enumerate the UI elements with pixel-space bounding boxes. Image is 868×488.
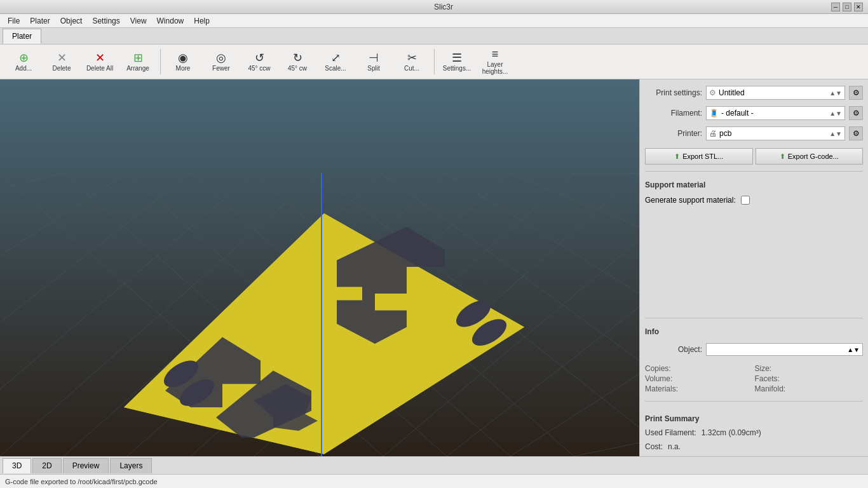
facets-label: Facets: <box>755 374 864 383</box>
print-settings-row: Print settings: ⚙ Untitled ▲▼ ⚙ <box>645 85 863 101</box>
toolbar-separator-2 <box>434 49 435 74</box>
print-settings-label: Print settings: <box>645 88 702 97</box>
delete-icon: ✕ <box>57 52 67 64</box>
tab-2d[interactable]: 2D <box>32 458 61 473</box>
rotate-ccw-icon: ↺ <box>255 52 264 64</box>
filament-row: Filament: 🧵 - default - ▲▼ ⚙ <box>645 105 863 121</box>
object-select[interactable]: ▲▼ <box>706 343 863 356</box>
divider-2 <box>645 318 863 318</box>
print-summary-title: Print Summary <box>645 414 863 423</box>
arrange-button[interactable]: ⊞ Arrange <box>119 47 156 76</box>
tab-layers[interactable]: Layers <box>110 458 152 473</box>
print-settings-select[interactable]: ⚙ Untitled ▲▼ <box>706 86 845 100</box>
printer-row: Printer: 🖨 pcb ▲▼ ⚙ <box>645 125 863 142</box>
minimize-button[interactable]: ─ <box>831 3 840 11</box>
print-settings-icon: ⚙ <box>709 88 716 97</box>
close-button[interactable]: ✕ <box>854 3 863 11</box>
export-stl-button[interactable]: ⬆ Export STL... <box>645 148 753 165</box>
size-label: Size: <box>755 364 864 373</box>
scale-button[interactable]: ⤢ Scale... <box>317 47 354 76</box>
menu-object[interactable]: Object <box>55 15 88 27</box>
delete-all-button[interactable]: ✕ Delete All <box>81 47 118 76</box>
viewport[interactable] <box>0 79 639 456</box>
object-row: Object: ▲▼ <box>645 342 863 356</box>
filament-icon: 🧵 <box>709 109 719 118</box>
generate-support-row: Generate support material: <box>645 196 863 205</box>
spacer <box>645 208 863 311</box>
support-material-title: Support material <box>645 180 863 189</box>
title-bar: Slic3r ─ □ ✕ <box>0 0 868 14</box>
export-gcode-button[interactable]: ⬆ Export G-code... <box>756 148 864 165</box>
generate-support-checkbox[interactable] <box>741 196 750 205</box>
window-controls: ─ □ ✕ <box>831 3 863 11</box>
viewport-canvas <box>0 79 639 456</box>
layer-heights-button[interactable]: ≡ Layer heights... <box>477 47 513 76</box>
cost-value: n.a. <box>668 442 681 451</box>
more-icon: ◉ <box>178 52 188 64</box>
more-button[interactable]: ◉ More <box>165 47 201 76</box>
printer-arrow: ▲▼ <box>829 130 842 137</box>
rotate-cw-button[interactable]: ↻ 45° cw <box>279 47 316 76</box>
settings-icon: ☰ <box>452 52 462 64</box>
menu-plater[interactable]: Plater <box>25 15 55 27</box>
delete-button[interactable]: ✕ Delete <box>43 47 80 76</box>
add-button[interactable]: ⊕ Add... <box>5 47 42 76</box>
menu-help[interactable]: Help <box>189 15 215 27</box>
scale-icon: ⤢ <box>331 52 341 64</box>
menu-bar: File Plater Object Settings View Window … <box>0 14 868 28</box>
used-filament-row: Used Filament: 1.32cm (0.09cm³) <box>645 428 863 437</box>
menu-window[interactable]: Window <box>152 15 189 27</box>
export-buttons: ⬆ Export STL... ⬆ Export G-code... <box>645 148 863 165</box>
printer-select[interactable]: 🖨 pcb ▲▼ <box>706 126 845 140</box>
cost-row: Cost: n.a. <box>645 442 863 451</box>
menu-view[interactable]: View <box>125 15 152 27</box>
printer-value: pcb <box>719 129 731 138</box>
app-title: Slic3r <box>56 3 831 11</box>
menu-settings[interactable]: Settings <box>87 15 125 27</box>
print-settings-value: Untitled <box>719 88 745 97</box>
print-settings-arrow: ▲▼ <box>829 90 842 97</box>
rotate-cw-icon: ↻ <box>293 52 302 64</box>
split-icon: ⊣ <box>369 52 379 64</box>
toolbar-separator-1 <box>160 49 161 74</box>
toolbar: ⊕ Add... ✕ Delete ✕ Delete All ⊞ Arrange… <box>0 44 868 79</box>
menu-file[interactable]: File <box>3 15 25 27</box>
generate-support-label: Generate support material: <box>645 196 736 205</box>
volume-label: Volume: <box>645 374 754 383</box>
status-message: G-code file exported to /root/kicad/firs… <box>5 478 158 485</box>
main-area: Print settings: ⚙ Untitled ▲▼ ⚙ Filament… <box>0 79 868 456</box>
object-label: Object: <box>645 345 702 354</box>
rotate-ccw-button[interactable]: ↺ 45° ccw <box>241 47 278 76</box>
manifold-label: Manifold: <box>755 384 864 393</box>
settings-button[interactable]: ☰ Settings... <box>438 47 475 76</box>
tab-bar: Plater <box>0 28 868 44</box>
divider-1 <box>645 171 863 172</box>
tab-3d[interactable]: 3D <box>3 458 31 473</box>
cut-icon: ✂ <box>407 52 417 64</box>
info-grid: Copies: Size: Volume: Facets: Materials:… <box>645 364 863 393</box>
cost-label: Cost: <box>645 442 663 451</box>
filament-arrow: ▲▼ <box>829 110 842 117</box>
printer-label: Printer: <box>645 129 702 138</box>
tab-plater[interactable]: Plater <box>3 29 41 44</box>
cut-button[interactable]: ✂ Cut... <box>393 47 430 76</box>
printer-gear[interactable]: ⚙ <box>849 126 863 140</box>
used-filament-label: Used Filament: <box>645 428 696 437</box>
filament-value: - default - <box>721 109 754 118</box>
filament-select[interactable]: 🧵 - default - ▲▼ <box>706 106 845 120</box>
print-settings-gear[interactable]: ⚙ <box>849 86 863 100</box>
info-title: Info <box>645 327 863 336</box>
right-panel: Print settings: ⚙ Untitled ▲▼ ⚙ Filament… <box>639 79 868 456</box>
copies-label: Copies: <box>645 364 754 373</box>
arrange-icon: ⊞ <box>133 52 143 64</box>
split-button[interactable]: ⊣ Split <box>355 47 392 76</box>
printer-icon: 🖨 <box>709 129 717 138</box>
object-select-arrow: ▲▼ <box>847 346 860 353</box>
filament-gear[interactable]: ⚙ <box>849 106 863 120</box>
used-filament-value: 1.32cm (0.09cm³) <box>702 428 761 437</box>
fewer-button[interactable]: ◎ Fewer <box>203 47 240 76</box>
divider-3 <box>645 401 863 402</box>
tab-preview[interactable]: Preview <box>63 458 109 473</box>
add-icon: ⊕ <box>19 52 29 64</box>
maximize-button[interactable]: □ <box>843 3 851 11</box>
